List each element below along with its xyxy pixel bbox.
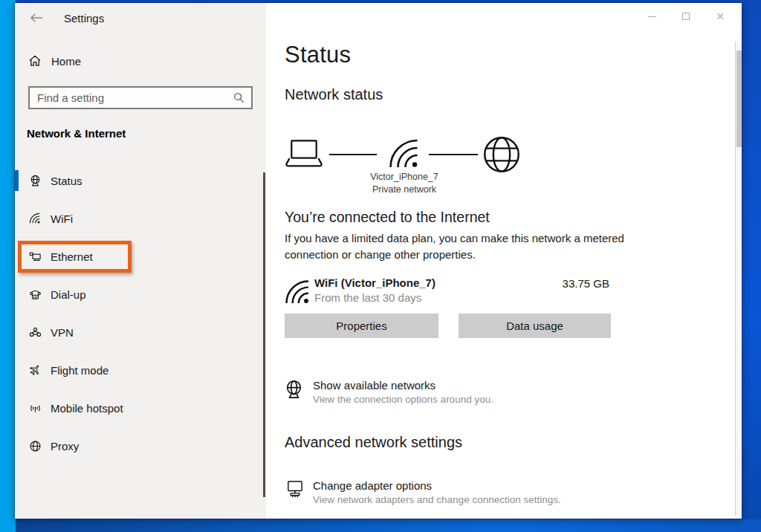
maximize-button[interactable] xyxy=(669,3,703,30)
minimize-button[interactable] xyxy=(635,3,669,30)
sidebar-item-label: VPN xyxy=(51,326,74,339)
usage-period: From the last 30 days xyxy=(314,291,421,304)
wifi-signal-icon xyxy=(387,138,422,171)
desktop-background-bottom xyxy=(16,519,761,532)
airplane-icon xyxy=(28,363,42,377)
sidebar-item-ethernet[interactable]: Ethernet xyxy=(15,243,266,270)
maximize-icon xyxy=(682,13,690,20)
diagram-connector-line xyxy=(429,154,478,155)
sidebar-item-home[interactable]: Home xyxy=(15,49,266,73)
sidebar-item-label: Status xyxy=(51,175,82,187)
data-usage-button[interactable]: Data usage xyxy=(459,314,611,338)
minimize-icon xyxy=(648,16,656,17)
settings-window: Settings Home Network & Internet Status xyxy=(15,3,742,519)
show-networks-subtitle: View the connection options around you. xyxy=(313,394,493,405)
connected-description: If you have a limited data plan, you can… xyxy=(285,230,634,262)
properties-button[interactable]: Properties xyxy=(285,314,438,338)
internet-globe-icon xyxy=(482,135,521,174)
sidebar-item-label: WiFi xyxy=(51,213,73,225)
sidebar-item-label: Ethernet xyxy=(51,250,93,263)
wifi-connection-icon xyxy=(285,279,311,306)
search-box xyxy=(28,86,253,109)
data-used-value: 33.75 GB xyxy=(563,277,609,290)
dialup-phone-icon xyxy=(28,288,42,301)
show-networks-title[interactable]: Show available networks xyxy=(313,379,435,392)
diagram-connector-line xyxy=(329,154,377,155)
show-available-networks-item[interactable]: Show available networks View the connect… xyxy=(285,377,626,412)
connection-buttons: Properties Data usage xyxy=(285,314,611,338)
change-adapter-subtitle: View network adapters and change connect… xyxy=(313,494,561,505)
sidebar-nav: Status WiFi Ethernet Dial-up xyxy=(15,167,266,470)
vpn-icon xyxy=(28,326,42,339)
sidebar-scrollbar[interactable] xyxy=(263,172,265,497)
home-icon xyxy=(28,54,42,68)
sidebar-item-flight-mode[interactable]: Flight mode xyxy=(15,357,266,383)
ethernet-icon xyxy=(28,250,42,263)
main-scrollbar[interactable] xyxy=(735,42,742,516)
sidebar-item-label: Proxy xyxy=(51,440,79,452)
back-button[interactable] xyxy=(27,10,46,25)
search-input[interactable] xyxy=(30,91,233,104)
back-arrow-icon xyxy=(30,13,44,23)
network-status-globe-icon xyxy=(28,175,42,187)
available-networks-globe-icon xyxy=(285,380,303,400)
sidebar-item-label: Flight mode xyxy=(51,364,109,377)
sidebar-item-label: Dial-up xyxy=(51,288,86,301)
change-adapter-title[interactable]: Change adapter options xyxy=(313,479,432,492)
adapter-name: WiFi (Victor_iPhone_7) xyxy=(314,276,435,289)
sidebar-item-proxy[interactable]: Proxy xyxy=(15,432,266,459)
close-icon: ✕ xyxy=(716,11,725,22)
change-adapter-options-item[interactable]: Change adapter options View network adap… xyxy=(285,478,626,512)
sidebar: Settings Home Network & Internet Status xyxy=(15,3,266,519)
selected-accent-bar xyxy=(15,170,19,191)
network-diagram xyxy=(285,134,521,175)
wifi-icon xyxy=(28,213,42,225)
window-title: Settings xyxy=(64,12,104,25)
network-type: Private network xyxy=(330,184,479,196)
sidebar-item-wifi[interactable]: WiFi xyxy=(15,205,266,232)
search-icon[interactable] xyxy=(233,92,245,103)
laptop-icon xyxy=(285,139,323,170)
main-content: ✕ Status Network status Victor_iPhone_7 … xyxy=(266,3,742,519)
connected-network-label: Victor_iPhone_7 Private network xyxy=(330,171,479,196)
connected-heading: You’re connected to the Internet xyxy=(285,209,490,226)
adapter-options-icon xyxy=(285,480,305,502)
sidebar-item-label: Home xyxy=(51,55,81,68)
window-controls: ✕ xyxy=(635,3,737,30)
sidebar-item-label: Mobile hotspot xyxy=(51,402,123,415)
connection-row: WiFi (Victor_iPhone_7) From the last 30 … xyxy=(285,275,609,309)
network-name: Victor_iPhone_7 xyxy=(330,171,479,184)
sidebar-item-mobile-hotspot[interactable]: Mobile hotspot xyxy=(15,395,266,421)
page-title: Status xyxy=(285,42,351,68)
proxy-globe-icon xyxy=(28,440,42,452)
sidebar-item-status[interactable]: Status xyxy=(15,167,266,194)
main-scrollbar-thumb[interactable] xyxy=(736,51,742,147)
close-button[interactable]: ✕ xyxy=(703,3,737,30)
sidebar-item-dialup[interactable]: Dial-up xyxy=(15,281,266,308)
desktop-background-left xyxy=(0,0,16,532)
sidebar-item-vpn[interactable]: VPN xyxy=(15,319,266,346)
advanced-settings-heading: Advanced network settings xyxy=(285,434,462,451)
hotspot-icon xyxy=(28,402,42,415)
section-header: Network & Internet xyxy=(27,127,126,140)
network-status-heading: Network status xyxy=(285,86,383,103)
